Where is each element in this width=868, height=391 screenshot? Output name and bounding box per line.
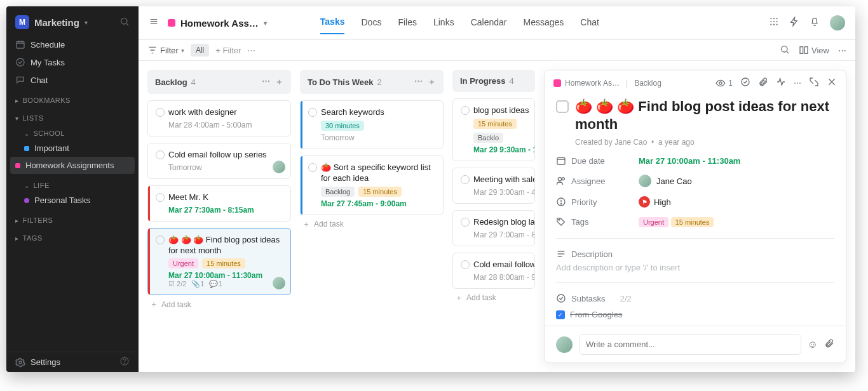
list-important[interactable]: Important [6, 140, 139, 157]
emoji-icon[interactable]: ☺ [808, 339, 818, 350]
add-task-button[interactable]: ＋Add task [300, 215, 444, 234]
svg-point-21 [776, 24, 778, 25]
plus-icon[interactable]: ＋ [428, 76, 436, 88]
more-icon[interactable]: ⋯ [794, 79, 801, 88]
task-card[interactable]: Meeting with sales Mar 29 3:00am - 4:00 [452, 168, 535, 204]
field-due-value[interactable]: Mar 27 10:00am - 11:30am [639, 156, 834, 166]
search-icon[interactable] [780, 44, 790, 56]
expand-icon[interactable] [809, 77, 819, 89]
task-card[interactable]: work with designer Mar 28 4:00am - 5:00a… [147, 100, 291, 136]
search-icon[interactable] [119, 17, 130, 29]
assignee-avatar [273, 161, 285, 173]
checkbox[interactable] [461, 218, 470, 227]
checkbox[interactable] [461, 260, 470, 269]
list-color-icon [15, 163, 20, 168]
task-card[interactable]: Search keywords 30 minutes Tomorrow [300, 100, 444, 149]
help-icon[interactable] [119, 356, 130, 368]
nav-chat[interactable]: Chat [6, 71, 139, 89]
checkbox[interactable] [308, 163, 317, 172]
filter-chip-all[interactable]: All [191, 44, 209, 56]
checkbox[interactable] [156, 150, 165, 159]
more-icon[interactable]: ⋯ [838, 46, 846, 55]
checkbox[interactable] [156, 108, 165, 117]
panel-breadcrumb[interactable]: Homework As… | Backlog [553, 79, 661, 88]
section-lists[interactable]: ▾Lists [6, 107, 139, 124]
section-tags[interactable]: ▸Tags [6, 227, 139, 244]
task-card[interactable]: Cold email follow u Mar 28 8:00am - 9:00 [452, 253, 535, 289]
views-count[interactable]: 1 [715, 78, 733, 88]
menu-icon[interactable] [149, 17, 159, 29]
plus-icon[interactable]: ＋ [275, 76, 283, 88]
tab-chat[interactable]: Chat [580, 12, 599, 34]
more-icon[interactable]: ⋯ [247, 46, 255, 55]
add-task-button[interactable]: ＋Add task [147, 295, 291, 314]
task-title: Cold email follow up series [168, 150, 267, 161]
section-life[interactable]: ⌄LIFE [6, 174, 139, 192]
check-circle-icon[interactable] [740, 77, 750, 89]
complete-checkbox[interactable] [556, 100, 569, 113]
tab-calendar[interactable]: Calendar [471, 12, 507, 34]
add-filter-button[interactable]: + Filter [215, 46, 241, 55]
column-header[interactable]: In Progress 4 [452, 70, 535, 92]
chat-icon [15, 75, 25, 85]
workspace-switcher[interactable]: M Marketing ▾ [6, 6, 139, 36]
list-personal-tasks[interactable]: Personal Tasks [6, 192, 139, 209]
tab-docs[interactable]: Docs [361, 12, 381, 34]
nav-schedule[interactable]: Schedule [6, 36, 139, 53]
comment-input[interactable] [579, 334, 801, 355]
description-placeholder[interactable]: Add description or type '/' to insert [545, 263, 846, 279]
checkbox[interactable] [156, 235, 165, 244]
tab-links[interactable]: Links [433, 12, 454, 34]
svg-point-9 [124, 363, 125, 364]
bolt-icon[interactable] [789, 17, 799, 29]
bell-icon[interactable] [810, 17, 820, 29]
task-card[interactable]: 🍅 Sort a specific keyword list for each … [300, 156, 444, 215]
activity-icon[interactable] [776, 77, 786, 89]
nav-settings[interactable]: Settings [6, 352, 139, 372]
field-tags-value[interactable]: Urgent 15 minutes [639, 217, 834, 227]
column-name: Backlog [155, 77, 187, 87]
tag-badge[interactable]: 15 minutes [671, 217, 714, 227]
column-count: 4 [510, 76, 514, 86]
checkbox[interactable] [156, 193, 165, 202]
field-priority-value[interactable]: ⚑High [639, 196, 834, 208]
task-card[interactable]: Meet Mr. K Mar 27 7:30am - 8:15am [147, 185, 291, 222]
subtask-item[interactable]: ✓From Googles [545, 307, 846, 322]
task-date: Mar 27 10:00am - 11:30am [168, 271, 283, 280]
more-icon[interactable]: ⋯ [414, 76, 423, 88]
more-icon[interactable]: ⋯ [262, 76, 270, 88]
panel-title[interactable]: 🍅 🍅 🍅 Find blog post ideas for next mont… [575, 98, 834, 133]
column-header[interactable]: Backlog 4 ⋯＋ [147, 70, 291, 94]
breadcrumb[interactable]: Homework Ass… ▾ [168, 18, 267, 29]
tab-tasks[interactable]: Tasks [320, 11, 345, 34]
tab-files[interactable]: Files [398, 12, 417, 34]
avatar[interactable] [830, 15, 845, 30]
section-bookmarks[interactable]: ▸Bookmarks [6, 89, 139, 107]
task-card[interactable]: 🍅 🍅 🍅 Find blog post ideas for next mont… [147, 228, 291, 296]
attachment-icon[interactable] [758, 77, 768, 89]
filter-button[interactable]: Filter ▾ [147, 45, 184, 55]
apps-icon[interactable] [769, 17, 779, 29]
attachment-icon[interactable] [824, 338, 834, 351]
checkbox-checked-icon[interactable]: ✓ [556, 310, 565, 319]
chevron-down-icon: ▾ [85, 19, 88, 26]
svg-rect-2 [17, 41, 24, 48]
task-card[interactable]: blog post ideas 15 minutesBacklo Mar 29 … [452, 98, 535, 161]
task-card[interactable]: Redesign blog layo Mar 29 7:00am - 8:00 [452, 210, 535, 246]
nav-my-tasks[interactable]: My Tasks [6, 53, 139, 71]
add-task-button[interactable]: ＋Add task [452, 289, 535, 307]
view-button[interactable]: View [799, 45, 829, 55]
field-assignee-value[interactable]: Jane Cao [639, 175, 834, 187]
list-homework-assignments[interactable]: Homework Assignments [10, 157, 135, 174]
section-school[interactable]: ⌄SCHOOL [6, 124, 139, 140]
tab-messages[interactable]: Messages [523, 12, 564, 34]
close-icon[interactable] [827, 77, 837, 89]
checkbox[interactable] [308, 108, 317, 117]
checkbox[interactable] [461, 106, 470, 115]
column-name: In Progress [460, 76, 506, 86]
column-header[interactable]: To Do This Week 2 ⋯＋ [300, 70, 444, 94]
section-filters[interactable]: ▸Filters [6, 209, 139, 227]
tag-badge[interactable]: Urgent [639, 217, 668, 227]
task-card[interactable]: Cold email follow up series Tomorrow [147, 143, 291, 179]
checkbox[interactable] [461, 175, 470, 184]
